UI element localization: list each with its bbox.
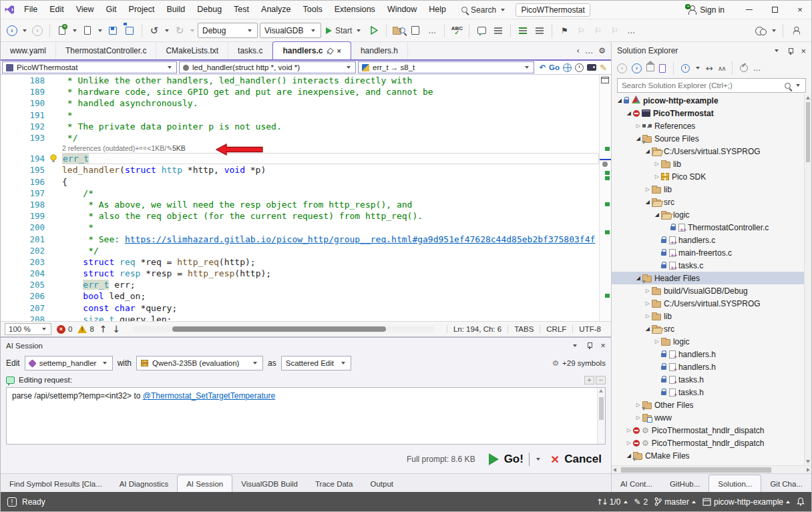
tree-item-lib[interactable]: ▷lib xyxy=(612,310,811,322)
se-switch-views-icon[interactable] xyxy=(659,64,666,73)
menu-edit[interactable]: Edit xyxy=(43,1,70,19)
breakpoint-margin[interactable] xyxy=(1,75,25,86)
tab-settings-icon[interactable]: ⚙ xyxy=(598,46,606,55)
sign-in-button[interactable]: + Sign in xyxy=(687,5,725,15)
code-line-190[interactable]: 190 * handled asynchronously. xyxy=(1,97,599,109)
code-line-208[interactable]: 208 size_t query_len; xyxy=(1,314,599,321)
model-combo[interactable]: Qwen3-235B (evaluation) xyxy=(136,356,263,370)
line-endings[interactable]: CRLF xyxy=(540,325,572,333)
tree-item-handlers-h[interactable]: +handlers.h xyxy=(612,360,811,373)
code-line-198[interactable]: 198 * As above, we will need the resp ob… xyxy=(1,199,599,210)
breakpoint-margin[interactable] xyxy=(1,233,25,244)
tab-handlers.h[interactable]: handlers.h xyxy=(351,42,408,59)
expander-icon[interactable]: ▷ xyxy=(634,123,642,129)
tree-item-picothermostat[interactable]: ◢PicoThermostat xyxy=(612,107,811,119)
prev-bookmark-button[interactable]: ⚐ xyxy=(574,23,588,39)
clear-bookmarks-button[interactable]: ⚐ xyxy=(607,23,622,39)
tree-item-src[interactable]: ◢src xyxy=(612,196,811,208)
breakpoint-margin[interactable] xyxy=(1,279,25,290)
go-button[interactable]: Go xyxy=(549,63,560,71)
tab-handlers.c[interactable]: handlers.c× xyxy=(272,41,351,59)
web-icon[interactable] xyxy=(563,63,572,72)
expander-icon[interactable]: ▷ xyxy=(653,174,661,180)
indent-decrease-button[interactable] xyxy=(516,23,530,39)
expander-icon[interactable]: ▷ xyxy=(653,161,661,167)
side-tab-github-[interactable]: GitHub... xyxy=(661,476,708,492)
breakpoint-margin[interactable] xyxy=(1,164,25,176)
menu-analyze[interactable]: Analyze xyxy=(255,1,296,19)
undo-dropdown[interactable] xyxy=(165,29,169,32)
tab-www.yaml[interactable]: www.yaml xyxy=(1,42,56,59)
breakpoint-margin[interactable] xyxy=(1,199,25,210)
tree-item-logic[interactable]: ◢logic xyxy=(612,208,811,221)
se-collapse-all-icon[interactable]: ∧∧ xyxy=(718,65,725,72)
code-line-192[interactable]: 192 * The private data pointer p is not … xyxy=(1,121,599,132)
tree-item-build-visualgdb-debug[interactable]: ▷build/VisualGDB/Debug xyxy=(612,284,811,297)
code-line-202[interactable]: 202 */ xyxy=(1,245,599,256)
expander-icon[interactable]: ▷ xyxy=(644,313,652,319)
add-item-dropdown[interactable] xyxy=(98,29,102,32)
input-scrollbar[interactable] xyxy=(597,388,605,444)
breakpoint-margin[interactable] xyxy=(1,314,25,321)
se-sync-icon[interactable]: ↔ xyxy=(706,63,713,73)
prev-issue-button[interactable]: ↑ xyxy=(99,324,108,334)
expander-icon[interactable]: ◢ xyxy=(616,97,624,103)
history-icon[interactable] xyxy=(575,63,584,72)
expander-icon[interactable]: ▷ xyxy=(644,300,652,306)
go-button-ai[interactable]: Go! xyxy=(489,453,542,466)
panel-close-button[interactable]: × xyxy=(600,340,606,350)
tree-item-picothermostat-hndlr-dispatch[interactable]: ▷⚙PicoThermostat_hndlr_dispatch xyxy=(612,424,811,437)
se-properties-icon[interactable] xyxy=(740,64,748,72)
add-request-button[interactable]: + xyxy=(584,376,594,385)
se-more-button[interactable]: … xyxy=(753,63,761,73)
mode-combo[interactable]: Scattered Edit xyxy=(281,356,351,370)
breakpoint-margin[interactable] xyxy=(1,290,25,302)
find-in-files-button[interactable] xyxy=(391,23,406,39)
tab-CMakeLists.txt[interactable]: CMakeLists.txt xyxy=(156,42,228,59)
redo-dropdown[interactable] xyxy=(190,29,194,32)
panel-tab-visualgdb-build[interactable]: VisualGDB Build xyxy=(232,476,307,492)
tree-item-cmake-files[interactable]: ◢CMake Files xyxy=(612,449,811,462)
horizontal-scrollbar[interactable] xyxy=(132,326,435,332)
start-debug-button[interactable]: Start xyxy=(323,23,365,39)
menu-view[interactable]: View xyxy=(70,1,100,19)
menu-debug[interactable]: Debug xyxy=(191,1,228,19)
indent-mode[interactable]: TABS xyxy=(508,325,540,333)
scroll-tabs-icon[interactable]: ‹ xyxy=(576,46,580,55)
tree-item-picow-http-example[interactable]: ◢picow-http-example xyxy=(612,94,811,107)
breakpoint-margin[interactable] xyxy=(1,97,25,109)
code-line-199[interactable]: 199 * also the req object (for the curre… xyxy=(1,210,599,222)
code-line-207[interactable]: 207 const char *query; xyxy=(1,302,599,314)
symbols-button[interactable]: ⚙ +29 symbols xyxy=(552,358,606,368)
menu-extensions[interactable]: Extensions xyxy=(329,1,381,19)
expander-icon[interactable]: ◢ xyxy=(625,110,633,116)
menu-project[interactable]: Project xyxy=(123,1,161,19)
solution-search[interactable] xyxy=(617,78,806,93)
menu-git[interactable]: Git xyxy=(100,1,123,19)
codelens-references[interactable]: 2 references (outdated) xyxy=(62,144,135,152)
tab-tasks.c[interactable]: tasks.c xyxy=(228,42,272,59)
panel-close-button[interactable]: × xyxy=(801,46,806,56)
expander-icon[interactable]: ▷ xyxy=(625,427,633,433)
format-document-button[interactable] xyxy=(491,23,505,39)
expander-icon[interactable]: ▷ xyxy=(644,288,652,294)
breakpoint-margin[interactable] xyxy=(1,121,25,132)
remove-request-button[interactable]: − xyxy=(596,376,606,385)
code-line-206[interactable]: 206 bool led_on; xyxy=(1,290,599,302)
breakpoint-margin[interactable] xyxy=(1,222,25,233)
tree-item-references[interactable]: ▷References xyxy=(612,119,811,132)
expander-icon[interactable]: ◢ xyxy=(644,326,652,332)
symbol-link[interactable]: @Thermostat_SetTargetTemperature xyxy=(143,391,275,401)
code-line-194[interactable]: 194err_t xyxy=(1,153,599,164)
tree-item-handlers-c[interactable]: ++handlers.c xyxy=(612,234,811,246)
breakpoint-margin[interactable] xyxy=(1,256,25,268)
tree-item-tasks-h[interactable]: +tasks.h xyxy=(612,373,811,386)
code-line-191[interactable]: 191 * xyxy=(1,109,599,121)
engine-combo[interactable]: VisualGDB xyxy=(260,23,321,38)
tree-vertical-scrollbar[interactable] xyxy=(804,94,811,465)
search-menu[interactable]: Search xyxy=(461,5,506,15)
feedback-icon[interactable]: ! xyxy=(7,497,17,507)
expander-icon[interactable]: ◢ xyxy=(644,148,652,154)
new-file-dropdown[interactable] xyxy=(73,29,77,32)
bookmark-button[interactable]: ⚑ xyxy=(557,23,572,39)
